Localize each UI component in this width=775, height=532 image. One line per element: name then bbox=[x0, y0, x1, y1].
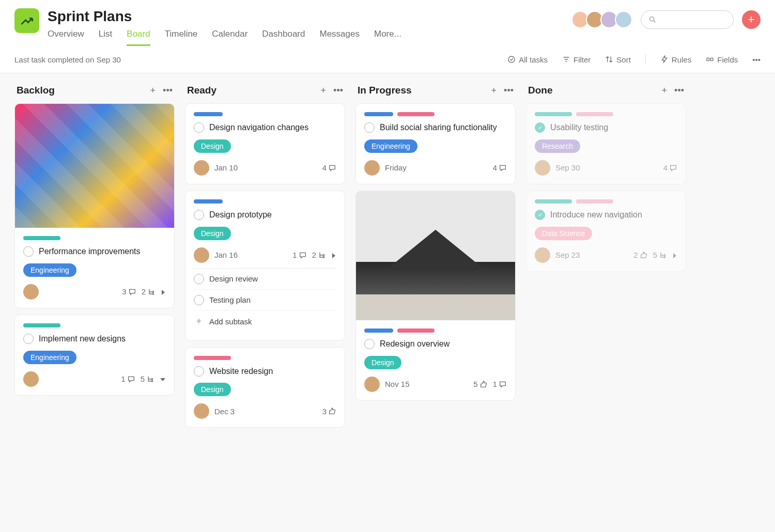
task-card[interactable]: ✓Usability testingResearchSep 304 bbox=[526, 103, 686, 184]
add-button[interactable]: + bbox=[742, 10, 761, 29]
complete-check-icon[interactable] bbox=[194, 122, 204, 133]
assignee-avatar[interactable] bbox=[23, 371, 39, 387]
subtask-count[interactable]: 5 bbox=[141, 374, 154, 383]
task-card[interactable]: Design navigation changesDesignJan 104 bbox=[185, 103, 345, 184]
column-more-button[interactable]: ••• bbox=[163, 85, 173, 96]
task-tag[interactable]: Engineering bbox=[23, 351, 76, 364]
avatar[interactable] bbox=[615, 11, 632, 28]
tab-board[interactable]: Board bbox=[127, 29, 150, 46]
complete-check-icon[interactable] bbox=[364, 339, 375, 349]
subtask-count[interactable]: 2 bbox=[142, 287, 156, 296]
comment-count[interactable]: 1 bbox=[493, 380, 507, 388]
complete-check-icon[interactable] bbox=[23, 246, 34, 257]
due-date: Friday bbox=[385, 163, 407, 172]
assignee-avatar[interactable] bbox=[194, 247, 209, 263]
filter-button[interactable]: Filter bbox=[562, 55, 591, 64]
more-button[interactable]: ••• bbox=[752, 55, 761, 64]
search-input[interactable] bbox=[641, 10, 734, 29]
task-card[interactable]: Redesign overviewDesignNov 155 1 bbox=[355, 191, 516, 401]
tabs: OverviewListBoardTimelineCalendarDashboa… bbox=[48, 29, 566, 46]
task-tag[interactable]: Design bbox=[194, 139, 231, 153]
tab-dashboard[interactable]: Dashboard bbox=[262, 29, 305, 46]
tab-list[interactable]: List bbox=[99, 29, 112, 46]
member-avatars[interactable] bbox=[575, 11, 632, 28]
header-right: + bbox=[575, 10, 761, 29]
column-more-button[interactable]: ••• bbox=[674, 85, 684, 96]
task-card[interactable]: Performance improvementsEngineering3 2 bbox=[14, 103, 175, 308]
assignee-avatar[interactable] bbox=[194, 160, 209, 176]
task-tag[interactable]: Data Science bbox=[535, 227, 592, 240]
task-tag[interactable]: Design bbox=[194, 383, 231, 396]
all-tasks-button[interactable]: All tasks bbox=[507, 55, 548, 64]
comment-count[interactable]: 4 bbox=[493, 163, 507, 172]
column-title: Done bbox=[528, 85, 553, 96]
subtask-row[interactable]: Testing plan bbox=[194, 290, 336, 311]
complete-check-icon[interactable]: ✓ bbox=[535, 122, 545, 133]
task-tag[interactable]: Research bbox=[535, 139, 580, 153]
due-date: Sep 23 bbox=[555, 251, 580, 259]
search-icon bbox=[648, 15, 657, 24]
assignee-avatar[interactable] bbox=[364, 160, 380, 176]
comment-count[interactable]: 4 bbox=[663, 163, 677, 172]
subtask-count[interactable]: 5 bbox=[653, 251, 667, 259]
expand-chevron-icon[interactable] bbox=[672, 251, 677, 259]
subtask-row[interactable]: Design review bbox=[194, 269, 336, 290]
like-count[interactable]: 5 bbox=[473, 380, 487, 388]
add-card-button[interactable]: + bbox=[662, 85, 668, 96]
card-image bbox=[356, 191, 515, 320]
task-card[interactable]: ✓Introduce new navigationData ScienceSep… bbox=[526, 191, 686, 272]
due-date: Dec 3 bbox=[214, 407, 235, 416]
complete-check-icon[interactable] bbox=[364, 122, 375, 133]
sort-button[interactable]: Sort bbox=[605, 55, 631, 64]
check-icon[interactable] bbox=[194, 295, 204, 305]
task-tag[interactable]: Engineering bbox=[23, 263, 76, 277]
add-card-button[interactable]: + bbox=[491, 85, 497, 96]
task-card[interactable]: Website redesignDesignDec 33 bbox=[185, 347, 345, 428]
task-tag[interactable]: Design bbox=[364, 356, 401, 369]
due-date: Nov 15 bbox=[385, 380, 410, 388]
comment-count[interactable]: 1 bbox=[121, 374, 135, 383]
assignee-avatar[interactable] bbox=[535, 247, 550, 263]
complete-check-icon[interactable]: ✓ bbox=[535, 210, 545, 220]
expand-chevron-icon[interactable] bbox=[161, 287, 166, 296]
tab-messages[interactable]: Messages bbox=[319, 29, 359, 46]
subtask-count[interactable]: 2 bbox=[312, 251, 326, 259]
column-more-button[interactable]: ••• bbox=[504, 85, 514, 96]
column-more-button[interactable]: ••• bbox=[333, 85, 343, 96]
check-icon[interactable] bbox=[194, 274, 204, 284]
like-count[interactable]: 2 bbox=[633, 251, 647, 259]
task-card[interactable]: Design prototypeDesignJan 161 2 Design r… bbox=[185, 191, 345, 341]
add-card-button[interactable]: + bbox=[321, 85, 327, 96]
assignee-avatar[interactable] bbox=[535, 160, 550, 176]
add-card-button[interactable]: + bbox=[150, 85, 156, 96]
task-card[interactable]: Implement new designsEngineering1 5 bbox=[14, 315, 175, 396]
card-pills bbox=[194, 199, 336, 204]
check-circle-icon bbox=[507, 55, 516, 64]
assignee-avatar[interactable] bbox=[194, 403, 209, 419]
tab-calendar[interactable]: Calendar bbox=[212, 29, 247, 46]
task-tag[interactable]: Design bbox=[194, 227, 231, 240]
expand-chevron-icon[interactable] bbox=[331, 251, 336, 259]
complete-check-icon[interactable] bbox=[194, 210, 204, 220]
svg-point-11 bbox=[664, 256, 665, 258]
dropdown-caret-icon[interactable] bbox=[160, 374, 166, 383]
complete-check-icon[interactable] bbox=[194, 366, 204, 377]
like-count[interactable]: 3 bbox=[322, 407, 336, 416]
tab-more[interactable]: More... bbox=[374, 29, 401, 46]
assignee-avatar[interactable] bbox=[23, 284, 39, 300]
comment-count[interactable]: 3 bbox=[122, 287, 136, 296]
comment-count[interactable]: 1 bbox=[292, 251, 306, 259]
column-ready: Ready+•••Design navigation changesDesign… bbox=[185, 85, 345, 527]
tab-timeline[interactable]: Timeline bbox=[165, 29, 198, 46]
add-subtask-button[interactable]: +Add subtask bbox=[194, 311, 336, 332]
project-icon[interactable] bbox=[14, 8, 39, 33]
task-tag[interactable]: Engineering bbox=[364, 139, 417, 153]
fields-button[interactable]: Fields bbox=[706, 55, 738, 64]
complete-check-icon[interactable] bbox=[23, 334, 34, 344]
comment-count[interactable]: 4 bbox=[322, 163, 336, 172]
card-counts: 3 bbox=[322, 407, 336, 416]
assignee-avatar[interactable] bbox=[364, 377, 380, 392]
task-card[interactable]: Build social sharing functionalityEngine… bbox=[355, 103, 516, 184]
rules-button[interactable]: Rules bbox=[660, 55, 691, 64]
tab-overview[interactable]: Overview bbox=[48, 29, 84, 46]
